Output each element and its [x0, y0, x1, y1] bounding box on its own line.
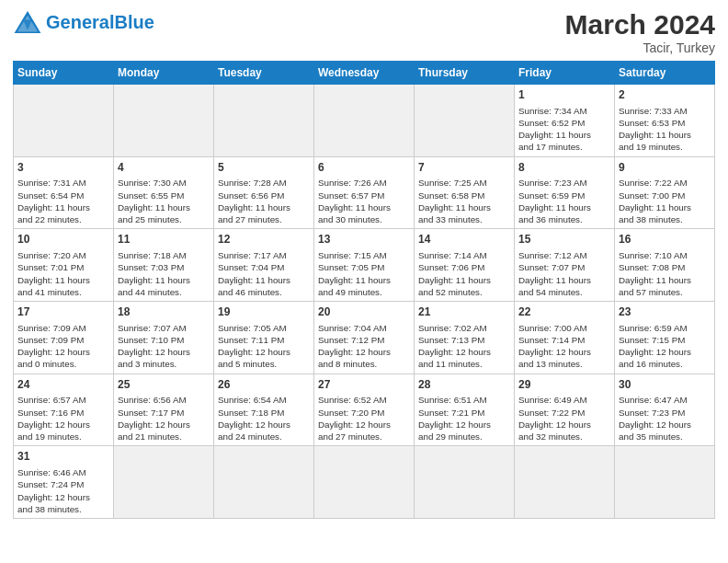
- day-number: 26: [218, 377, 310, 393]
- header: GeneralBlue March 2024 Tacir, Turkey: [13, 9, 715, 55]
- day-cell: 14Sunrise: 7:14 AM Sunset: 7:06 PM Dayli…: [415, 229, 515, 302]
- day-info: Sunrise: 6:46 AM Sunset: 7:24 PM Dayligh…: [17, 466, 109, 515]
- day-number: 18: [118, 304, 210, 320]
- day-info: Sunrise: 7:10 AM Sunset: 7:08 PM Dayligh…: [619, 249, 711, 298]
- day-cell: 15Sunrise: 7:12 AM Sunset: 7:07 PM Dayli…: [515, 229, 615, 302]
- day-cell: 20Sunrise: 7:04 AM Sunset: 7:12 PM Dayli…: [314, 302, 415, 374]
- day-info: Sunrise: 7:31 AM Sunset: 6:54 PM Dayligh…: [17, 177, 109, 225]
- page: GeneralBlue March 2024 Tacir, Turkey Sun…: [0, 0, 728, 528]
- day-info: Sunrise: 7:28 AM Sunset: 6:56 PM Dayligh…: [218, 177, 310, 225]
- day-number: 21: [418, 304, 510, 320]
- day-number: 19: [218, 304, 310, 320]
- day-number: 13: [318, 232, 410, 247]
- weekday-monday: Monday: [114, 62, 214, 85]
- day-cell: [314, 446, 415, 519]
- location: Tacir, Turkey: [565, 40, 715, 55]
- day-number: 22: [518, 304, 610, 320]
- day-number: 8: [518, 160, 610, 176]
- day-info: Sunrise: 6:49 AM Sunset: 7:22 PM Dayligh…: [518, 394, 610, 442]
- day-cell: [214, 446, 314, 519]
- day-cell: 6Sunrise: 7:26 AM Sunset: 6:57 PM Daylig…: [314, 156, 415, 229]
- day-info: Sunrise: 7:05 AM Sunset: 7:11 PM Dayligh…: [218, 322, 310, 371]
- day-info: Sunrise: 7:18 AM Sunset: 7:03 PM Dayligh…: [118, 249, 210, 298]
- day-info: Sunrise: 7:14 AM Sunset: 7:06 PM Dayligh…: [418, 249, 510, 298]
- day-cell: [415, 446, 515, 519]
- day-number: 25: [118, 377, 210, 393]
- weekday-thursday: Thursday: [415, 62, 515, 85]
- month-year: March 2024: [565, 9, 715, 40]
- day-cell: 30Sunrise: 6:47 AM Sunset: 7:23 PM Dayli…: [615, 373, 715, 446]
- day-number: 24: [17, 377, 109, 393]
- title-block: March 2024 Tacir, Turkey: [565, 9, 715, 55]
- day-cell: [615, 446, 715, 519]
- day-cell: 3Sunrise: 7:31 AM Sunset: 6:54 PM Daylig…: [14, 156, 114, 229]
- day-cell: 8Sunrise: 7:23 AM Sunset: 6:59 PM Daylig…: [515, 156, 615, 229]
- day-cell: 4Sunrise: 7:30 AM Sunset: 6:55 PM Daylig…: [114, 156, 214, 229]
- day-info: Sunrise: 6:51 AM Sunset: 7:21 PM Dayligh…: [418, 394, 510, 442]
- day-number: 12: [218, 232, 310, 247]
- weekday-header-row: SundayMondayTuesdayWednesdayThursdayFrid…: [14, 62, 715, 85]
- day-info: Sunrise: 7:07 AM Sunset: 7:10 PM Dayligh…: [118, 322, 210, 371]
- week-row-3: 17Sunrise: 7:09 AM Sunset: 7:09 PM Dayli…: [14, 302, 715, 374]
- day-number: 28: [418, 377, 510, 393]
- day-info: Sunrise: 7:04 AM Sunset: 7:12 PM Dayligh…: [318, 322, 410, 371]
- logo-blue: Blue: [114, 12, 154, 32]
- day-cell: [114, 85, 214, 157]
- weekday-friday: Friday: [515, 62, 615, 85]
- day-cell: 22Sunrise: 7:00 AM Sunset: 7:14 PM Dayli…: [515, 302, 615, 374]
- day-number: 10: [17, 232, 109, 247]
- day-cell: [114, 446, 214, 519]
- day-cell: [515, 446, 615, 519]
- day-info: Sunrise: 7:12 AM Sunset: 7:07 PM Dayligh…: [518, 249, 610, 298]
- day-info: Sunrise: 7:09 AM Sunset: 7:09 PM Dayligh…: [17, 322, 109, 371]
- weekday-sunday: Sunday: [14, 62, 114, 85]
- day-cell: 28Sunrise: 6:51 AM Sunset: 7:21 PM Dayli…: [415, 373, 515, 446]
- day-info: Sunrise: 6:54 AM Sunset: 7:18 PM Dayligh…: [218, 394, 310, 442]
- day-cell: 1Sunrise: 7:34 AM Sunset: 6:52 PM Daylig…: [515, 85, 615, 157]
- day-number: 14: [418, 232, 510, 247]
- day-cell: 10Sunrise: 7:20 AM Sunset: 7:01 PM Dayli…: [14, 229, 114, 302]
- day-number: 7: [418, 160, 510, 176]
- day-number: 23: [619, 304, 711, 320]
- day-number: 1: [518, 87, 610, 103]
- day-cell: 21Sunrise: 7:02 AM Sunset: 7:13 PM Dayli…: [415, 302, 515, 374]
- day-number: 17: [17, 304, 109, 320]
- day-cell: 7Sunrise: 7:25 AM Sunset: 6:58 PM Daylig…: [415, 156, 515, 229]
- day-info: Sunrise: 6:52 AM Sunset: 7:20 PM Dayligh…: [318, 394, 410, 442]
- day-info: Sunrise: 7:25 AM Sunset: 6:58 PM Dayligh…: [418, 177, 510, 225]
- day-info: Sunrise: 6:59 AM Sunset: 7:15 PM Dayligh…: [619, 322, 711, 371]
- week-row-0: 1Sunrise: 7:34 AM Sunset: 6:52 PM Daylig…: [14, 85, 715, 157]
- day-info: Sunrise: 7:34 AM Sunset: 6:52 PM Dayligh…: [518, 105, 610, 154]
- weekday-saturday: Saturday: [615, 62, 715, 85]
- day-cell: 27Sunrise: 6:52 AM Sunset: 7:20 PM Dayli…: [314, 373, 415, 446]
- day-cell: [314, 85, 415, 157]
- day-cell: 11Sunrise: 7:18 AM Sunset: 7:03 PM Dayli…: [114, 229, 214, 302]
- day-info: Sunrise: 6:47 AM Sunset: 7:23 PM Dayligh…: [619, 394, 711, 442]
- day-info: Sunrise: 7:26 AM Sunset: 6:57 PM Dayligh…: [318, 177, 410, 225]
- day-number: 31: [17, 449, 109, 465]
- weekday-tuesday: Tuesday: [214, 62, 314, 85]
- day-cell: 12Sunrise: 7:17 AM Sunset: 7:04 PM Dayli…: [214, 229, 314, 302]
- day-info: Sunrise: 7:22 AM Sunset: 7:00 PM Dayligh…: [619, 177, 711, 225]
- logo-general: General: [46, 12, 114, 32]
- day-cell: 13Sunrise: 7:15 AM Sunset: 7:05 PM Dayli…: [314, 229, 415, 302]
- day-number: 20: [318, 304, 410, 320]
- weekday-wednesday: Wednesday: [314, 62, 415, 85]
- calendar: SundayMondayTuesdayWednesdayThursdayFrid…: [13, 61, 715, 519]
- week-row-5: 31Sunrise: 6:46 AM Sunset: 7:24 PM Dayli…: [14, 446, 715, 519]
- day-cell: 17Sunrise: 7:09 AM Sunset: 7:09 PM Dayli…: [14, 302, 114, 374]
- day-number: 3: [17, 160, 109, 176]
- day-info: Sunrise: 7:15 AM Sunset: 7:05 PM Dayligh…: [318, 249, 410, 298]
- day-cell: 25Sunrise: 6:56 AM Sunset: 7:17 PM Dayli…: [114, 373, 214, 446]
- day-cell: [415, 85, 515, 157]
- day-number: 9: [619, 160, 711, 176]
- day-cell: 29Sunrise: 6:49 AM Sunset: 7:22 PM Dayli…: [515, 373, 615, 446]
- day-number: 2: [619, 87, 711, 103]
- day-cell: 26Sunrise: 6:54 AM Sunset: 7:18 PM Dayli…: [214, 373, 314, 446]
- logo-text: GeneralBlue: [46, 13, 154, 31]
- day-info: Sunrise: 7:23 AM Sunset: 6:59 PM Dayligh…: [518, 177, 610, 225]
- day-number: 16: [619, 232, 711, 247]
- day-info: Sunrise: 7:20 AM Sunset: 7:01 PM Dayligh…: [17, 249, 109, 298]
- day-cell: 19Sunrise: 7:05 AM Sunset: 7:11 PM Dayli…: [214, 302, 314, 374]
- day-number: 11: [118, 232, 210, 247]
